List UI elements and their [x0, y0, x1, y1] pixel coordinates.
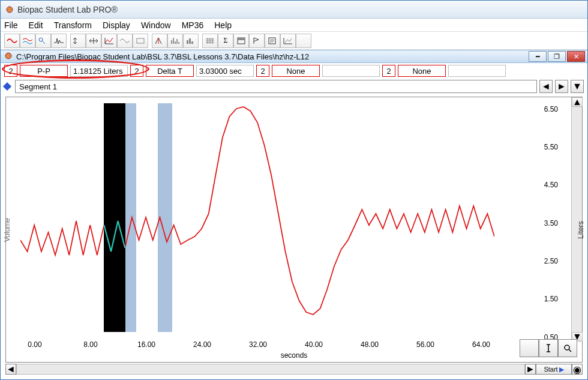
xtick: 56.00	[416, 340, 434, 349]
toolbar-autoscale-h-icon[interactable]	[86, 34, 101, 48]
toolbar-chart-icon[interactable]	[280, 34, 296, 48]
menu-transform[interactable]: Transform	[54, 20, 92, 30]
xtick: 48.00	[361, 340, 379, 349]
doc-maximize-button[interactable]: ❐	[548, 51, 566, 62]
start-button[interactable]: Start ▶	[536, 364, 572, 375]
svg-rect-3	[187, 40, 188, 44]
ytick: 2.50	[544, 257, 558, 265]
toolbar-wave2-icon[interactable]	[20, 34, 35, 48]
toolbar: Σ	[1, 32, 587, 50]
svg-rect-5	[191, 41, 193, 44]
window-titlebar: Biopac Student Lab PRO®	[1, 1, 587, 19]
svg-rect-2	[137, 38, 144, 43]
hscroll-right-button[interactable]: ►	[525, 364, 536, 375]
svg-rect-7	[238, 38, 244, 40]
meas2-type[interactable]: Delta T	[146, 65, 194, 77]
meas2-channel[interactable]: 2	[130, 65, 143, 77]
xtick: 0.00	[28, 340, 41, 349]
toolbar-fft-icon[interactable]	[167, 34, 183, 48]
measurement-bar: 2 P-P 1.18125 Liters 2 Delta T 3.03000 s…	[1, 63, 587, 79]
toolbar-flag-icon[interactable]	[249, 34, 265, 48]
meas1-channel[interactable]: 2	[4, 65, 17, 77]
horizontal-scrollbar[interactable]	[16, 364, 525, 375]
menu-help[interactable]: Help	[214, 20, 232, 30]
menu-mp36[interactable]: MP36	[182, 20, 204, 30]
svg-rect-4	[189, 38, 191, 44]
segment-dropdown-button[interactable]: ▼	[571, 80, 584, 93]
ytick: 4.50	[544, 181, 558, 189]
meas1-type[interactable]: P-P	[20, 65, 68, 77]
scroll-up-icon[interactable]: ▲	[572, 97, 583, 107]
menu-edit[interactable]: Edit	[29, 20, 43, 30]
start-label: Start	[544, 366, 557, 373]
xtick: 8.00	[83, 340, 97, 349]
vertical-scrollbar[interactable]: ▲ ▼	[571, 97, 582, 342]
ytick: 5.50	[544, 143, 558, 151]
segment-next-button[interactable]: ►	[555, 80, 568, 93]
doc-close-button[interactable]: ✕	[567, 51, 585, 62]
xtick: 32.00	[249, 340, 267, 349]
zoom-tool-button[interactable]	[558, 339, 577, 357]
toolbar-rewind-icon[interactable]	[296, 34, 311, 48]
y-axis-label-right: Liters	[577, 221, 585, 238]
meas4-value	[448, 65, 506, 77]
doc-minimize-button[interactable]: ━	[529, 51, 547, 62]
menu-display[interactable]: Display	[103, 20, 130, 30]
menubar: File Edit Transform Display Window MP36 …	[1, 19, 587, 32]
bottom-bar: ◄ ► Start ▶ ◉	[5, 364, 583, 375]
ytick: 1.50	[544, 295, 558, 303]
toolbar-grid-icon[interactable]	[202, 34, 218, 48]
doc-icon	[4, 52, 13, 62]
marker-diamond-icon[interactable]	[3, 82, 11, 91]
meas3-channel[interactable]: 2	[256, 65, 269, 77]
hscroll-left-button[interactable]: ◄	[5, 364, 16, 375]
menu-file[interactable]: File	[4, 20, 18, 30]
document-path: C:\Program Files\Biopac Student Lab\BSL …	[16, 52, 309, 61]
toolbar-autoscale-v-icon[interactable]	[70, 34, 86, 48]
window-title: Biopac Student Lab PRO®	[17, 5, 118, 14]
menu-window[interactable]: Window	[141, 20, 171, 30]
toolbar-pulse-icon[interactable]	[51, 34, 67, 48]
cursor-tool-palette	[517, 339, 577, 357]
arrow-tool-button[interactable]	[520, 339, 539, 357]
meas3-type[interactable]: None	[272, 65, 320, 77]
svg-point-0	[7, 7, 13, 13]
toolbar-peak-icon[interactable]	[152, 34, 167, 48]
svg-point-10	[565, 345, 569, 350]
toolbar-calc-icon[interactable]	[233, 34, 249, 48]
play-icon: ▶	[559, 366, 564, 373]
y-axis-label-left: Volume	[3, 217, 11, 241]
meas4-type[interactable]: None	[398, 65, 446, 77]
waveform	[20, 103, 494, 331]
toolbar-journal-icon[interactable]	[265, 34, 280, 48]
xtick: 16.00	[137, 340, 155, 349]
ytick: 3.50	[544, 219, 558, 228]
segment-bar: Segment 1 ◄ ► ▼	[1, 79, 587, 94]
ytick: 6.50	[544, 105, 558, 113]
app-logo-icon	[5, 5, 14, 14]
toolbar-sine-icon[interactable]	[117, 34, 133, 48]
xtick: 64.00	[472, 340, 490, 349]
meas3-value	[322, 65, 380, 77]
toolbar-zoomfit-icon[interactable]	[101, 34, 117, 48]
segment-prev-button[interactable]: ◄	[539, 80, 553, 93]
meas2-value: 3.03000 sec	[196, 65, 254, 77]
document-pathbar: C:\Program Files\Biopac Student Lab\BSL …	[1, 50, 587, 63]
record-indicator-icon[interactable]: ◉	[572, 364, 583, 375]
xtick: 40.00	[305, 340, 323, 349]
toolbar-hist-icon[interactable]	[183, 34, 199, 48]
toolbar-sigma-icon[interactable]: Σ	[218, 34, 233, 48]
toolbar-box-icon[interactable]	[133, 34, 148, 48]
meas4-channel[interactable]: 2	[382, 65, 395, 77]
xtick: 24.00	[193, 340, 211, 349]
svg-point-9	[5, 53, 11, 59]
segment-name-field[interactable]: Segment 1	[15, 80, 537, 93]
ibeam-tool-button[interactable]	[539, 339, 558, 357]
toolbar-wave1-icon[interactable]	[4, 34, 20, 48]
x-axis-label: seconds	[281, 351, 308, 360]
meas1-value: 1.18125 Liters	[70, 65, 128, 77]
plot-area[interactable]: ▲ ▼ Volume Liters 6.50 5.50 4.50 3.50 2.…	[5, 97, 583, 363]
toolbar-scope-icon[interactable]	[35, 34, 51, 48]
